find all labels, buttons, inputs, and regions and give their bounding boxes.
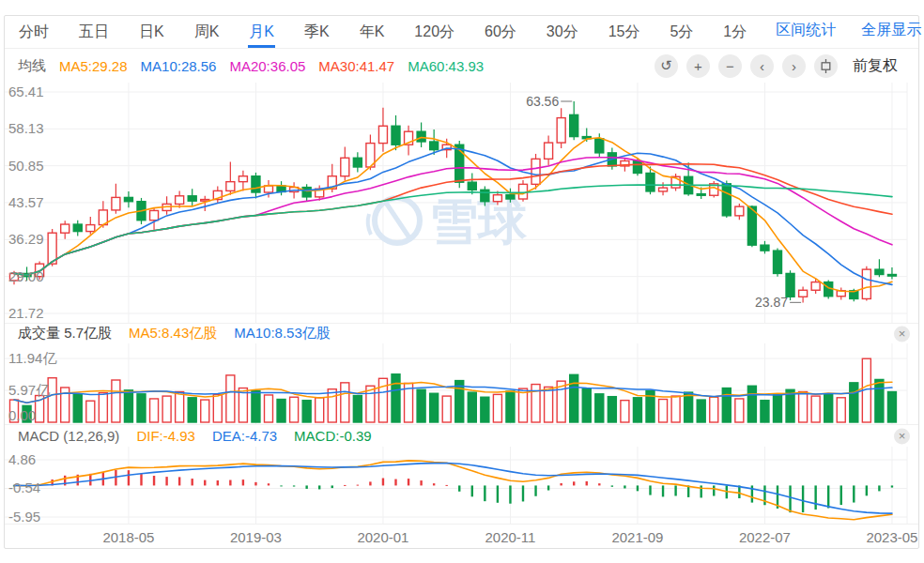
macd-bar	[853, 485, 855, 502]
macd-bar	[140, 474, 142, 485]
macd-bar	[165, 477, 167, 485]
volume-bar	[850, 383, 858, 422]
candle-body	[124, 197, 132, 201]
macd-bar	[713, 485, 715, 495]
macd-bar	[891, 485, 893, 487]
candle-style-button[interactable]	[814, 54, 838, 78]
macd-bar	[547, 485, 549, 490]
macd-dea-value: DEA:-4.73	[212, 428, 277, 444]
x-axis-label: 2020-11	[485, 529, 535, 545]
zoom-out-button[interactable]: −	[718, 54, 742, 78]
ma-row-title: 均线	[18, 57, 46, 75]
macd-bar	[573, 481, 575, 485]
macd-bar	[254, 482, 256, 486]
tab-monthly-k[interactable]: 月K	[248, 17, 275, 48]
volume-bar	[633, 398, 641, 422]
volume-bar	[747, 386, 756, 422]
tab-15min[interactable]: 15分	[608, 17, 641, 48]
link-fullscreen[interactable]: 全屏显示	[861, 21, 921, 40]
volume-bar	[137, 394, 146, 422]
svg-text:58.13: 58.13	[8, 120, 44, 136]
pan-left-button[interactable]: ‹	[750, 54, 774, 78]
volume-bar	[570, 374, 578, 422]
macd-bar	[318, 485, 320, 489]
candle-body	[417, 131, 425, 142]
volume-bar	[290, 397, 299, 422]
svg-text:43.57: 43.57	[8, 194, 44, 210]
tab-60min[interactable]: 60分	[484, 17, 517, 48]
reset-icon: ↺	[660, 57, 672, 74]
macd-macd-value: MACD:-0.39	[294, 428, 372, 444]
macd-bar	[153, 476, 155, 485]
volume-bar	[328, 389, 336, 422]
candle-body	[545, 143, 553, 159]
volume-bar	[99, 393, 107, 422]
candle-body	[887, 275, 896, 277]
volume-bar	[302, 401, 311, 422]
x-axis-label: 2021-09	[611, 529, 663, 545]
macd-bar	[763, 485, 765, 505]
zoom-in-button[interactable]: +	[686, 54, 710, 78]
macd-bar	[827, 485, 829, 508]
tab-five-day[interactable]: 五日	[78, 17, 110, 48]
ma-indicator-values: MA5:29.28MA10:28.56MA20:36.05MA30:41.47M…	[46, 58, 484, 74]
tab-120min[interactable]: 120分	[413, 17, 455, 48]
macd-chart[interactable]: 4.86-0.54-5.95	[5, 447, 918, 524]
candle-body	[633, 161, 641, 174]
link-range-stats[interactable]: 区间统计	[776, 21, 836, 40]
macd-bar	[394, 479, 396, 486]
volume-bar	[697, 400, 705, 422]
ma5-indicator-value: MA5:29.28	[59, 58, 128, 74]
close-volume-pane-button[interactable]: ×	[894, 326, 910, 342]
tab-weekly-k[interactable]: 周K	[193, 17, 221, 48]
volume-bar	[608, 397, 616, 422]
close-macd-pane-button[interactable]: ×	[894, 428, 910, 444]
volume-bar	[774, 394, 782, 422]
candle-body	[226, 182, 235, 191]
macd-bar	[268, 483, 270, 485]
svg-text:50.85: 50.85	[8, 158, 44, 174]
volume-bar	[761, 401, 769, 422]
candle-body	[646, 173, 654, 190]
volume-bar	[442, 396, 451, 422]
macd-bar	[509, 485, 511, 503]
svg-text:23.87: 23.87	[755, 295, 788, 310]
svg-text:63.56: 63.56	[526, 94, 559, 109]
pan-left-icon: ‹	[760, 58, 764, 74]
tab-quarterly-k[interactable]: 季K	[303, 17, 331, 48]
reset-button[interactable]: ↺	[654, 54, 678, 78]
kline-chart-widget: 分时五日日K周K月K季K年K120分60分30分15分5分1分 区间统计全屏显示…	[4, 15, 919, 549]
tab-yearly-k[interactable]: 年K	[359, 17, 386, 48]
macd-bar	[637, 485, 639, 491]
chart-controls: ↺+−‹›	[646, 54, 838, 78]
volume-bar	[722, 388, 731, 422]
tab-daily-k[interactable]: 日K	[138, 17, 165, 48]
volume-chart[interactable]: 11.94亿5.97亿0.00	[5, 343, 918, 424]
macd-bar	[128, 470, 130, 485]
main-candlestick-chart[interactable]: 雪球65.4158.1350.8543.5736.2929.0021.7263.…	[5, 83, 918, 323]
svg-text:5.97亿: 5.97亿	[8, 382, 50, 398]
candle-body	[595, 139, 604, 153]
tab-5min[interactable]: 5分	[669, 17, 694, 48]
pan-right-button[interactable]: ›	[782, 54, 806, 78]
macd-bar	[280, 485, 282, 486]
macd-bar	[178, 477, 180, 485]
tab-minute[interactable]: 分时	[18, 17, 50, 48]
period-tabs: 分时五日日K周K月K季K年K120分60分30分15分5分1分	[18, 17, 776, 48]
volume-bar	[671, 396, 680, 422]
volume-bar	[430, 393, 439, 422]
candle-body	[188, 196, 196, 201]
candle-body	[735, 206, 744, 216]
macd-bar	[484, 485, 485, 501]
candle-body	[811, 282, 820, 291]
macd-bar	[497, 485, 499, 502]
tab-1min[interactable]: 1分	[722, 17, 747, 48]
tab-30min[interactable]: 30分	[546, 17, 579, 48]
candle-body	[392, 126, 400, 145]
volume-bar	[162, 396, 171, 422]
candle-body	[176, 196, 184, 205]
adjust-mode-label[interactable]: 前复权	[853, 56, 898, 76]
svg-text:29.00: 29.00	[8, 268, 44, 284]
volume-bar	[875, 379, 884, 422]
candle-body	[659, 188, 668, 191]
